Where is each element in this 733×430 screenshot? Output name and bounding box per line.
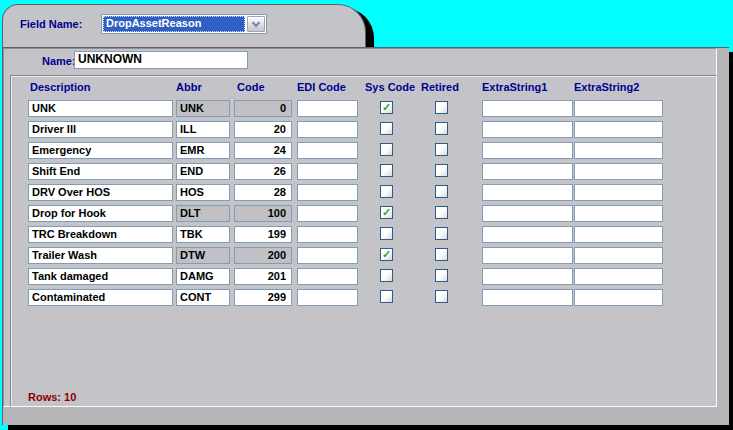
sys-code-checkbox[interactable]: [380, 122, 393, 135]
column-header-edi-code: EDI Code: [297, 81, 346, 93]
extrastring1-input[interactable]: [482, 184, 573, 201]
combo-dropdown-button[interactable]: [247, 16, 265, 32]
abbr-input[interactable]: DTW: [176, 247, 230, 264]
abbr-input[interactable]: UNK: [176, 100, 230, 117]
extrastring2-input[interactable]: [574, 247, 663, 264]
name-label: Name:: [42, 55, 76, 67]
abbr-input[interactable]: CONT: [176, 289, 230, 306]
sys-code-checkbox[interactable]: [380, 164, 393, 177]
extrastring2-input[interactable]: [574, 205, 663, 222]
check-icon: ✓: [381, 102, 392, 113]
column-header-extrastring1: ExtraString1: [482, 81, 547, 93]
retired-checkbox[interactable]: [435, 248, 448, 261]
edi-code-input[interactable]: [297, 268, 358, 285]
sys-code-checkbox[interactable]: [380, 143, 393, 156]
abbr-input[interactable]: END: [176, 163, 230, 180]
extrastring2-input[interactable]: [574, 142, 663, 159]
sys-code-checkbox[interactable]: [380, 269, 393, 282]
description-input[interactable]: TRC Breakdown: [28, 226, 173, 243]
extrastring1-input[interactable]: [482, 226, 573, 243]
retired-checkbox[interactable]: [435, 227, 448, 240]
sys-code-checkbox[interactable]: [380, 227, 393, 240]
code-input[interactable]: 299: [234, 289, 292, 306]
retired-checkbox[interactable]: [435, 143, 448, 156]
code-input[interactable]: 199: [234, 226, 292, 243]
code-input[interactable]: 201: [234, 268, 292, 285]
code-input[interactable]: 100: [234, 205, 292, 222]
extrastring1-input[interactable]: [482, 289, 573, 306]
extrastring2-input[interactable]: [574, 226, 663, 243]
extrastring1-input[interactable]: [482, 142, 573, 159]
description-input[interactable]: Contaminated: [28, 289, 173, 306]
sys-code-checkbox[interactable]: [380, 185, 393, 198]
retired-checkbox[interactable]: [435, 164, 448, 177]
description-input[interactable]: Emergency: [28, 142, 173, 159]
abbr-input[interactable]: ILL: [176, 121, 230, 138]
column-header-description: Description: [30, 81, 91, 93]
field-name-tab: Field Name: DropAssetReason: [2, 4, 366, 47]
extrastring1-input[interactable]: [482, 100, 573, 117]
retired-checkbox[interactable]: [435, 101, 448, 114]
check-icon: ✓: [381, 207, 392, 218]
code-input[interactable]: 0: [234, 100, 292, 117]
abbr-input[interactable]: HOS: [176, 184, 230, 201]
description-input[interactable]: UNK: [28, 100, 173, 117]
code-input[interactable]: 24: [234, 142, 292, 159]
rows-count-label: Rows: 10: [28, 391, 76, 403]
sys-code-checkbox[interactable]: ✓: [380, 101, 393, 114]
sys-code-checkbox[interactable]: [380, 290, 393, 303]
field-name-combobox[interactable]: DropAssetReason: [101, 14, 267, 34]
extrastring2-input[interactable]: [574, 163, 663, 180]
retired-checkbox[interactable]: [435, 122, 448, 135]
description-input[interactable]: Shift End: [28, 163, 173, 180]
sys-code-checkbox[interactable]: ✓: [380, 206, 393, 219]
name-input[interactable]: UNKNOWN: [74, 51, 248, 69]
edi-code-input[interactable]: [297, 247, 358, 264]
abbr-input[interactable]: EMR: [176, 142, 230, 159]
code-input[interactable]: 20: [234, 121, 292, 138]
table-group-box: Description Abbr Code EDI Code Sys Code …: [10, 75, 717, 407]
content-panel: Name: UNKNOWN Description Abbr Code EDI …: [3, 48, 717, 407]
description-input[interactable]: Driver Ill: [28, 121, 173, 138]
edi-code-input[interactable]: [297, 121, 358, 138]
edi-code-input[interactable]: [297, 100, 358, 117]
edi-code-input[interactable]: [297, 205, 358, 222]
abbr-input[interactable]: DLT: [176, 205, 230, 222]
edi-code-input[interactable]: [297, 184, 358, 201]
retired-checkbox[interactable]: [435, 185, 448, 198]
column-header-extrastring2: ExtraString2: [574, 81, 639, 93]
extrastring2-input[interactable]: [574, 121, 663, 138]
extrastring2-input[interactable]: [574, 184, 663, 201]
code-input[interactable]: 26: [234, 163, 292, 180]
extrastring1-input[interactable]: [482, 121, 573, 138]
edi-code-input[interactable]: [297, 289, 358, 306]
check-icon: ✓: [381, 249, 392, 260]
extrastring1-input[interactable]: [482, 205, 573, 222]
code-input[interactable]: 200: [234, 247, 292, 264]
retired-checkbox[interactable]: [435, 290, 448, 303]
extrastring2-input[interactable]: [574, 268, 663, 285]
code-input[interactable]: 28: [234, 184, 292, 201]
sys-code-checkbox[interactable]: ✓: [380, 248, 393, 261]
description-input[interactable]: Tank damaged: [28, 268, 173, 285]
description-input[interactable]: Drop for Hook: [28, 205, 173, 222]
description-input[interactable]: Trailer Wash: [28, 247, 173, 264]
extrastring2-input[interactable]: [574, 100, 663, 117]
extrastring1-input[interactable]: [482, 247, 573, 264]
chevron-down-icon: [252, 18, 260, 26]
abbr-input[interactable]: TBK: [176, 226, 230, 243]
column-header-sys-code: Sys Code: [365, 81, 415, 93]
column-header-abbr: Abbr: [176, 81, 202, 93]
description-input[interactable]: DRV Over HOS: [28, 184, 173, 201]
extrastring2-input[interactable]: [574, 289, 663, 306]
edi-code-input[interactable]: [297, 226, 358, 243]
edi-code-input[interactable]: [297, 163, 358, 180]
field-name-selected-value[interactable]: DropAssetReason: [103, 16, 245, 32]
edi-code-input[interactable]: [297, 142, 358, 159]
extrastring1-input[interactable]: [482, 268, 573, 285]
abbr-input[interactable]: DAMG: [176, 268, 230, 285]
extrastring1-input[interactable]: [482, 163, 573, 180]
retired-checkbox[interactable]: [435, 206, 448, 219]
retired-checkbox[interactable]: [435, 269, 448, 282]
page-background: { "window": { "field_name_label": "Field…: [0, 0, 733, 430]
